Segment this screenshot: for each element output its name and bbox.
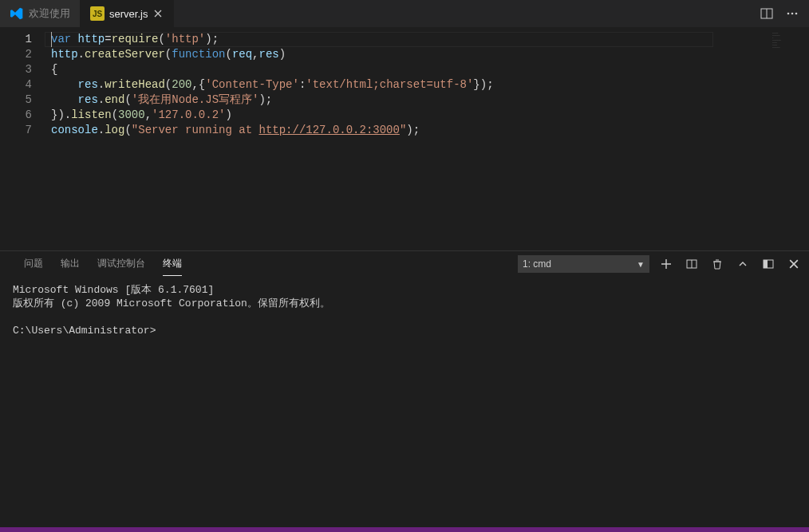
line-number: 3: [0, 62, 32, 77]
code-line: console.log("Server running at http://12…: [51, 123, 809, 138]
code-line: var http=require('http');: [51, 32, 809, 47]
line-number: 7: [0, 123, 32, 138]
new-terminal-icon[interactable]: [657, 255, 675, 273]
panel-tab-output[interactable]: 输出: [61, 252, 80, 276]
panel-actions: 1: cmd ▼: [518, 255, 803, 273]
tabbar-actions: [758, 0, 809, 27]
close-panel-icon[interactable]: [785, 255, 803, 273]
line-number: 4: [0, 77, 32, 93]
terminal[interactable]: Microsoft Windows [版本 6.1.7601] 版权所有 (c)…: [0, 277, 809, 527]
panel-tabbar: 问题 输出 调试控制台 终端 1: cmd ▼: [0, 251, 809, 277]
maximize-panel-icon[interactable]: [760, 255, 777, 273]
kill-terminal-icon[interactable]: [708, 255, 726, 273]
tab-serverjs-label: server.js: [109, 8, 148, 20]
code-area[interactable]: var http=require('http'); http.createSer…: [45, 27, 809, 250]
chevron-up-icon[interactable]: [734, 255, 752, 273]
split-terminal-icon[interactable]: [683, 255, 700, 273]
editor[interactable]: 1 2 3 4 5 6 7 var http=require('http'); …: [0, 27, 809, 250]
bottom-panel: 问题 输出 调试控制台 终端 1: cmd ▼: [0, 250, 809, 527]
line-gutter: 1 2 3 4 5 6 7: [0, 27, 45, 250]
split-editor-icon[interactable]: [758, 5, 775, 22]
svg-point-4: [795, 13, 798, 15]
terminal-line: Microsoft Windows [版本 6.1.7601]: [13, 284, 214, 296]
tab-bar: 欢迎使用 JS server.js: [0, 0, 809, 27]
more-icon[interactable]: [783, 5, 801, 22]
line-number: 6: [0, 108, 32, 123]
close-icon[interactable]: [152, 8, 164, 19]
terminal-line: 版权所有 (c) 2009 Microsoft Corporation。保留所有…: [13, 298, 330, 309]
code-line: {: [51, 62, 809, 77]
tab-serverjs[interactable]: JS server.js: [81, 0, 174, 27]
status-bar[interactable]: [0, 527, 809, 532]
svg-rect-8: [764, 260, 768, 268]
terminal-select[interactable]: 1: cmd ▼: [518, 255, 649, 273]
code-line: http.createServer(function(req,res): [51, 47, 809, 62]
line-number: 5: [0, 93, 32, 108]
vscode-icon: [10, 6, 24, 21]
svg-point-2: [787, 13, 790, 15]
code-line: res.end('我在用Node.JS写程序');: [51, 93, 809, 108]
tab-welcome[interactable]: 欢迎使用: [0, 0, 81, 27]
line-number: 2: [0, 47, 32, 62]
line-number: 1: [0, 32, 32, 47]
code-line: }).listen(3000,'127.0.0.2'): [51, 108, 809, 123]
terminal-select-label: 1: cmd: [523, 258, 551, 270]
chevron-down-icon: ▼: [637, 260, 645, 269]
code-line: res.writeHead(200,{'Content-Type':'text/…: [51, 77, 809, 93]
panel-tab-debug[interactable]: 调试控制台: [97, 252, 145, 276]
panel-tab-problems[interactable]: 问题: [24, 252, 43, 276]
tabs-group: 欢迎使用 JS server.js: [0, 0, 174, 27]
panel-tabs-group: 问题 输出 调试控制台 终端: [6, 252, 182, 276]
svg-point-3: [791, 13, 794, 15]
text-cursor: [51, 32, 52, 47]
js-icon: JS: [90, 6, 105, 21]
tab-welcome-label: 欢迎使用: [29, 6, 70, 21]
panel-tab-terminal[interactable]: 终端: [163, 252, 182, 276]
terminal-prompt: C:\Users\Administrator>: [13, 325, 156, 337]
